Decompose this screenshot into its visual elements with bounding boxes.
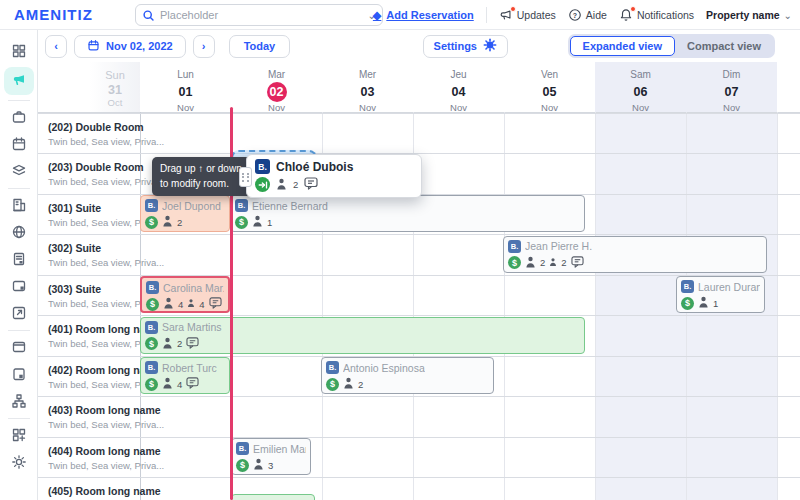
view-toggle: Expanded view Compact view — [568, 34, 775, 58]
room-label-cell: (302) Suite Twin bed, Sea view, Priva... — [38, 235, 140, 275]
room-description: Twin bed, Sea view, Priva... — [48, 460, 136, 471]
reservation-block[interactable]: B.Lauren Durand$1 — [676, 276, 765, 313]
sidebar-item-layers[interactable] — [4, 158, 34, 185]
price-icon: $ — [236, 459, 249, 472]
sidebar-divider — [8, 418, 30, 419]
sidebar-item-megaphone[interactable] — [4, 67, 34, 95]
expanded-view-tab[interactable]: Expanded view — [570, 36, 675, 56]
sidebar-divider — [8, 330, 30, 331]
day-of-week: Mar — [231, 69, 322, 80]
day-number: 06 — [634, 85, 648, 99]
planning-calendar: Sun 31 OctLun 01 NovMar 02 NovMer 03 Nov… — [38, 62, 800, 500]
sidebar-item-settings-gear[interactable] — [4, 449, 34, 476]
guest-name: Jean Pierre H. — [525, 240, 592, 252]
global-search[interactable]: ⌄ — [135, 4, 383, 26]
sidebar-item-window[interactable] — [4, 334, 34, 361]
sidebar-item-planning[interactable] — [4, 131, 34, 158]
planning-icon — [11, 136, 27, 154]
room-label-cell: (405) Room long name Twin bed, Sea view,… — [38, 478, 140, 500]
comment-icon — [186, 377, 199, 391]
window-icon — [11, 339, 27, 357]
grid-column-line — [504, 112, 505, 500]
room-name: (405) Room long name — [48, 485, 136, 497]
sidebar-item-briefcase[interactable] — [4, 104, 34, 131]
building-icon — [11, 197, 27, 215]
sidebar-item-grid-add[interactable] — [4, 422, 34, 449]
reservation-block[interactable]: B.Carolina Mar...$44 — [140, 276, 230, 313]
bell-icon — [619, 8, 633, 22]
drag-handle[interactable] — [239, 167, 252, 187]
prev-day-mon: Oct — [90, 97, 140, 108]
day-number: 01 — [179, 85, 193, 99]
booking-badge: B. — [235, 199, 248, 212]
prev-day-num: 31 — [90, 83, 140, 97]
room-label-cell: (303) Suite Twin bed, Sea view, Priva... — [38, 276, 140, 316]
search-input[interactable] — [160, 9, 368, 21]
room-description: Twin bed, Sea view, Priva... — [48, 419, 136, 430]
calendar-icon — [87, 39, 100, 54]
day-number: 04 — [452, 85, 466, 99]
prev-day-header: Sun 31 Oct — [90, 62, 140, 112]
today-button[interactable]: Today — [229, 35, 291, 58]
help-menu[interactable]: ? Aide — [568, 8, 607, 22]
booking-badge: B. — [681, 280, 694, 293]
price-icon: $ — [145, 337, 158, 350]
reservation-block[interactable] — [231, 494, 315, 500]
notifications-menu[interactable]: Notifications — [619, 8, 694, 22]
adults-icon — [698, 296, 709, 310]
add-reservation-label: Add Reservation — [386, 9, 473, 21]
booking-badge: B. — [145, 361, 158, 374]
layers-icon — [11, 163, 27, 181]
briefcase-icon — [11, 109, 27, 127]
updates-menu[interactable]: Updates — [499, 8, 556, 22]
reservation-block[interactable]: B.Sara Martins$2 — [140, 317, 585, 354]
add-reservation-button[interactable]: ◆ Add Reservation — [373, 9, 474, 22]
card-edit-icon — [11, 278, 27, 296]
day-header: Mer 03 Nov — [322, 62, 413, 112]
sidebar-item-globe[interactable] — [4, 219, 34, 246]
current-date-label: Nov 02, 2022 — [106, 40, 173, 52]
day-header: Lun 01 Nov — [140, 62, 231, 112]
sidebar-item-external-link[interactable] — [4, 300, 34, 327]
property-selector[interactable]: Property name ⌄ — [706, 9, 792, 21]
prev-day-button[interactable]: ‹ — [45, 35, 67, 58]
sidebar-item-invoice[interactable] — [4, 246, 34, 273]
settings-gear-icon — [11, 454, 27, 472]
next-day-button[interactable]: › — [193, 35, 215, 58]
date-picker-button[interactable]: Nov 02, 2022 — [74, 35, 186, 58]
sidebar-divider — [8, 188, 30, 189]
price-icon: $ — [326, 378, 339, 391]
calendar-toolbar: ‹ Nov 02, 2022 › Today Settings Expanded… — [38, 30, 800, 62]
comment-icon — [209, 297, 222, 311]
reservation-block[interactable]: B.Emilien Marz...$3 — [231, 438, 311, 475]
price-icon: $ — [145, 378, 158, 391]
reservation-block[interactable]: B.Antonio Espinosa$2 — [321, 357, 494, 394]
sidebar-item-org-chart[interactable] — [4, 388, 34, 415]
sidebar-item-clipboard[interactable] — [4, 361, 34, 388]
room-label-cell: (301) Suite Twin bed, Sea view, Priva... — [38, 195, 140, 235]
settings-button[interactable]: Settings — [423, 35, 508, 58]
reservation-block[interactable]: B.Jean Pierre H.$22 — [503, 236, 767, 273]
reservation-block[interactable]: B.Joel Dupond$2 — [140, 195, 230, 232]
checkin-icon — [255, 177, 270, 192]
sidebar-item-card-edit[interactable] — [4, 273, 34, 300]
reservation-block[interactable]: B.Etienne Bernard$1 — [230, 195, 585, 232]
booking-badge: B. — [326, 361, 339, 374]
diamond-icon: ◆ — [373, 9, 381, 22]
amenitiz-logo: AMENITIZ — [14, 6, 93, 23]
booking-badge: B. — [236, 442, 249, 455]
room-description: Twin bed, Sea view, Priva... — [48, 379, 136, 390]
dragged-reservation-card[interactable]: B. Chloé Dubois 2 — [246, 154, 422, 198]
sidebar-item-dashboard[interactable] — [4, 38, 34, 65]
guest-name: Joel Dupond — [162, 200, 221, 212]
compact-view-tab[interactable]: Compact view — [675, 36, 773, 56]
guest-name: Antonio Espinosa — [343, 362, 425, 374]
sidebar-divider — [8, 100, 30, 101]
adults-count: 2 — [293, 179, 298, 190]
sidebar-item-building[interactable] — [4, 192, 34, 219]
reservation-block[interactable]: B.Robert Turc$4 — [140, 357, 230, 394]
adults-count: 2 — [177, 217, 182, 228]
adults-count: 1 — [267, 217, 272, 228]
adults-icon — [162, 215, 173, 229]
property-chevron-down-icon: ⌄ — [784, 10, 792, 21]
